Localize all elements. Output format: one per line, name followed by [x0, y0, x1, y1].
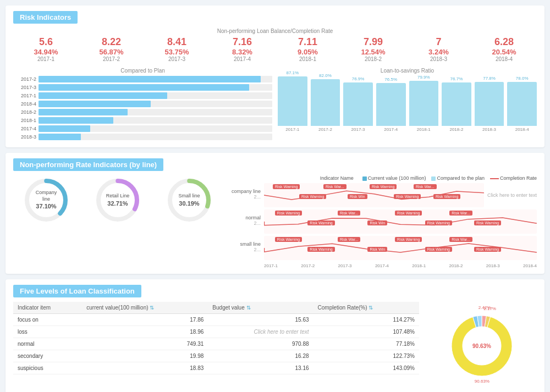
warning-badge: Risk War... — [449, 211, 472, 216]
npr-x-axis: 2017-12017-22017-32017-42018-12018-22018… — [264, 262, 537, 268]
hbar-label: 2018-4 — [13, 101, 36, 107]
vbar-pct-label: 79.9% — [417, 75, 430, 80]
metric-cell: 7.99 12.54% 2018-2 — [349, 36, 398, 62]
five-table: Indicator itemcurrent value(100 million)… — [13, 302, 419, 374]
warning-badge: Risk Warning — [307, 247, 334, 252]
hbar-track — [38, 109, 272, 115]
table-row: suspicious18.8313.16143.09% — [13, 362, 419, 374]
npr-x-label: 2017-3 — [338, 263, 352, 268]
vbar-pct-label: 87.1% — [286, 70, 299, 75]
vbar-chart: Loan-to-savings Ratio 87.1% 2017-1 82.0%… — [278, 68, 537, 142]
npr-row-label: company line2... — [228, 183, 261, 200]
vbar-col: 82.0% 2017-2 — [311, 73, 340, 132]
hbar-fill — [38, 134, 81, 140]
vbar-pct-label: 82.0% — [319, 73, 332, 78]
metric-pct: 12.54% — [349, 48, 398, 56]
npr-placeholder[interactable]: Click here to enter text — [487, 192, 537, 198]
npr-row-label: normal2... — [228, 209, 261, 226]
warning-badge: Risk Warning — [370, 184, 397, 189]
hbar-row: 2018-2 — [13, 109, 272, 115]
vbar-bar — [442, 82, 471, 126]
vbar-bar — [475, 82, 504, 126]
hbar-label: 2017-4 — [13, 126, 36, 131]
npr-x-label: 2018-3 — [486, 263, 500, 268]
donut-label: Company line 37.10% — [34, 190, 59, 211]
metric-period: 2018-1 — [283, 56, 333, 62]
metric-cell: 8.41 53.75% 2017-3 — [152, 36, 202, 62]
sort-icon[interactable]: ⇅ — [369, 305, 373, 311]
metric-value: 7 — [414, 36, 464, 48]
legend-item: Completion Rate — [490, 175, 537, 181]
warning-badge: Risk Warning — [474, 220, 501, 225]
donut-pct: 30.19% — [178, 200, 200, 207]
metric-pct: 3.24% — [414, 48, 464, 56]
table-row: normal749.31970.8877.18% — [13, 338, 419, 350]
donut-label-text: 2.17% — [483, 306, 496, 311]
npr-card: Non-performing Rate Indicators (by line)… — [6, 153, 544, 274]
table-row: secondary19.9816.28122.73% — [13, 350, 419, 362]
npr-x-label: 2018-1 — [412, 263, 426, 268]
warning-badge: Risk War... — [338, 237, 361, 242]
donut-label-text: 90.63% — [475, 379, 490, 384]
warning-badge: Risk Warning — [425, 247, 452, 252]
warning-badge: Risk Warning — [425, 220, 452, 225]
hbar-row: 2018-3 — [13, 134, 272, 140]
budget-placeholder[interactable]: Click here to enter text — [254, 329, 309, 335]
risk-indicators-card: Risk Indicators Non-performing Loan Bala… — [6, 5, 544, 147]
hbar-row: 2017-3 — [13, 84, 272, 91]
vbar-col: 79.9% 2018-1 — [409, 75, 439, 132]
hbar-fill — [38, 84, 249, 91]
vbar-x-label: 2017-1 — [285, 127, 299, 132]
metric-period: 2017-2 — [87, 56, 136, 62]
sort-icon[interactable]: ⇅ — [150, 305, 154, 311]
donut-wrap: Company line 37.10% — [21, 175, 71, 225]
vbar-col: 76.5% 2017-4 — [376, 77, 406, 132]
metric-cell: 7 3.24% 2018-3 — [414, 36, 464, 62]
vbar-pct-label: 76.5% — [384, 77, 397, 82]
npr-row-chart: Risk WarningRisk WarningRisk War...Risk … — [264, 209, 537, 234]
npr-x-label: 2017-2 — [301, 263, 315, 268]
vbar-bar — [507, 82, 537, 126]
metric-period: 2018-3 — [414, 56, 464, 62]
hbar-track — [38, 125, 272, 132]
metric-pct: 34.94% — [21, 48, 71, 56]
warning-badge: Risk Win — [367, 247, 387, 252]
five-item-name: suspicious — [13, 362, 82, 374]
vbar-x-label: 2017-2 — [318, 127, 332, 132]
metric-cell: 7.11 9.05% 2018-1 — [283, 36, 333, 62]
warning-badge: Risk War... — [414, 184, 437, 189]
warning-badge: Risk War... — [323, 184, 346, 189]
warning-badge: Risk Win — [348, 194, 367, 199]
five-rate: 143.09% — [314, 362, 419, 374]
vbar-bar — [311, 79, 340, 126]
hbar-label: 2018-1 — [13, 118, 36, 123]
five-levels-card: Five Levels of Loan Classification Indic… — [6, 279, 544, 392]
hbar-fill — [38, 109, 128, 115]
npr-line-row: normal2... Risk WarningRisk WarningRisk … — [228, 209, 537, 234]
five-rate: 114.27% — [314, 314, 419, 326]
legend-item: Compared to the plan — [431, 175, 485, 181]
metric-cell: 6.28 20.54% 2018-4 — [480, 36, 529, 62]
five-current: 19.98 — [82, 350, 208, 362]
metric-value: 6.28 — [480, 36, 529, 48]
legend-dot — [362, 176, 367, 181]
metric-value: 8.22 — [87, 36, 136, 48]
table-row: loss18.96Click here to enter text107.48% — [13, 326, 419, 338]
metric-pct: 8.32% — [218, 48, 267, 56]
donut-name: Retail Line — [106, 193, 130, 198]
npr-content: Company line 37.10% Retail Line 32.71% S… — [13, 175, 537, 268]
warning-badge: Risk Warning — [433, 194, 460, 199]
vbar-bar — [278, 76, 307, 126]
hbar-row: 2017-1 — [13, 92, 272, 99]
five-current: 18.96 — [82, 326, 208, 338]
five-budget: 970.88 — [208, 338, 313, 350]
hbar-label: 2018-2 — [13, 109, 36, 115]
hbar-row: 2018-4 — [13, 101, 272, 107]
vbar-bar — [343, 82, 373, 126]
hbar-fill — [38, 117, 113, 124]
five-donut-svg: 2.42%2.17%90.63%90.63% — [438, 302, 526, 390]
metric-value: 8.41 — [152, 36, 202, 48]
donut-center-label: 90.63% — [472, 343, 491, 349]
sort-icon[interactable]: ⇅ — [246, 305, 251, 311]
risk-chart-title: Non-performing Loan Balance/Completion R… — [13, 28, 537, 34]
